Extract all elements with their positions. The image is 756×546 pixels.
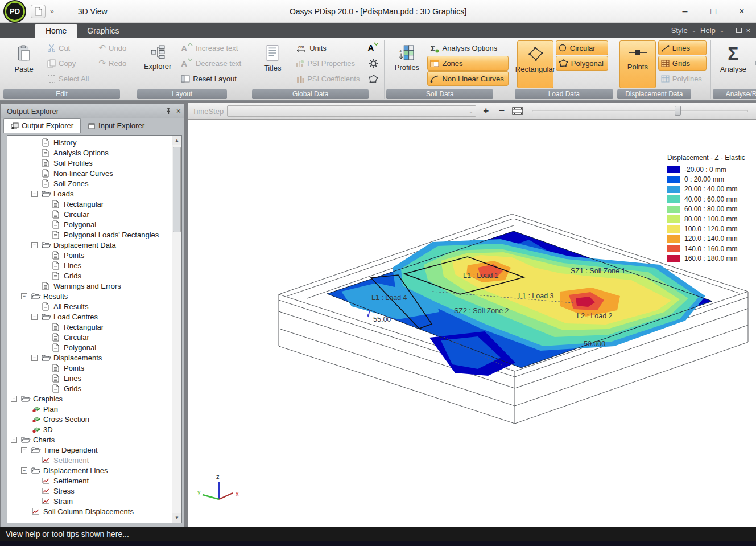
settings-button[interactable] xyxy=(366,56,380,70)
circular-load-button[interactable]: Circular xyxy=(556,40,608,55)
tab-graphics[interactable]: Graphics xyxy=(77,24,129,38)
non-linear-curves-button[interactable]: Non Linear Curves xyxy=(427,71,508,86)
new-document-button[interactable] xyxy=(31,5,46,18)
tree-item-lines[interactable]: Lines xyxy=(7,373,171,383)
panel-close-icon[interactable]: × xyxy=(176,106,181,116)
tree-item-load-centres[interactable]: −Load Centres xyxy=(7,311,171,322)
maximize-button[interactable]: □ xyxy=(699,0,728,22)
polygonal-load-button[interactable]: Polygonal xyxy=(556,56,608,71)
titles-button[interactable]: Titles xyxy=(254,40,291,88)
tree-expander-icon[interactable]: − xyxy=(31,355,42,361)
tree-item-polygonal[interactable]: Polygonal xyxy=(7,342,171,352)
style-menu[interactable]: Style xyxy=(671,26,688,35)
mdi-restore-button[interactable] xyxy=(736,28,742,33)
select-polygon-button[interactable] xyxy=(366,72,380,86)
tree-item-history[interactable]: History xyxy=(7,137,171,147)
tree-item-warnings-and-errors[interactable]: Warnings and Errors xyxy=(7,281,171,291)
psi-properties-button[interactable]: PSI Properties xyxy=(293,56,364,71)
tree-scrollbar[interactable]: ▲ ▼ xyxy=(172,136,181,523)
select-all-button[interactable]: Select All xyxy=(44,71,93,86)
timestep-combobox[interactable]: ⌄ xyxy=(227,105,476,117)
tree-item-time-dependent[interactable]: −Time Dependent xyxy=(7,445,171,455)
tree-item-points[interactable]: Points xyxy=(7,250,171,260)
points-button[interactable]: Points xyxy=(619,40,656,88)
grids-button[interactable]: Grids xyxy=(658,56,707,71)
scroll-up-icon[interactable]: ▲ xyxy=(172,136,181,145)
reset-layout-button[interactable]: Reset Layout xyxy=(178,71,246,86)
profiles-button[interactable]: z Profiles xyxy=(389,40,425,88)
pin-icon[interactable] xyxy=(166,108,172,114)
minimize-button[interactable]: – xyxy=(671,0,699,22)
close-button[interactable]: × xyxy=(728,0,756,22)
tree-item-points[interactable]: Points xyxy=(7,363,171,373)
timestep-previous-button[interactable]: − xyxy=(495,105,508,117)
mdi-minimize-button[interactable]: – xyxy=(728,26,732,35)
tree-item-stress[interactable]: Stress xyxy=(7,486,171,496)
tree-expander-icon[interactable]: − xyxy=(21,447,31,453)
tree-expander-icon[interactable]: − xyxy=(11,396,21,402)
tree-item-displacement-data[interactable]: −Displacement Data xyxy=(7,240,171,250)
quick-access-overflow-button[interactable]: » xyxy=(50,7,54,15)
scrollbar-thumb[interactable] xyxy=(173,147,181,232)
tree-expander-icon[interactable]: − xyxy=(21,293,31,299)
tree-item-lines[interactable]: Lines xyxy=(7,260,171,270)
rectangular-load-button[interactable]: Rectangular xyxy=(517,40,553,88)
tree-item-plan[interactable]: Plan xyxy=(7,404,171,414)
slider-track[interactable] xyxy=(532,110,748,112)
units-button[interactable]: cm Units xyxy=(293,40,364,55)
tab-input-explorer[interactable]: Input Explorer xyxy=(81,119,151,133)
tree-item-analysis-options[interactable]: Analysis Options xyxy=(7,147,171,158)
redo-button[interactable]: ↷ Redo xyxy=(96,56,131,71)
tree-expander-icon[interactable]: − xyxy=(21,467,31,474)
tree-item-3d[interactable]: 3D xyxy=(7,424,171,434)
explorer-button[interactable]: Explorer xyxy=(139,40,176,88)
tree-item-strain[interactable]: Strain xyxy=(7,496,171,506)
tree-item-charts[interactable]: −Charts xyxy=(7,434,171,445)
timestep-slider[interactable] xyxy=(532,105,751,117)
tree-item-non-linear-curves[interactable]: Non-linear Curves xyxy=(7,168,171,178)
tree-item-grids[interactable]: Grids xyxy=(7,383,171,393)
tree-item-settlement[interactable]: Settlement xyxy=(7,475,171,486)
text-style-button[interactable]: A xyxy=(366,40,380,54)
undo-button[interactable]: ↶ Undo xyxy=(96,40,131,55)
slider-thumb[interactable] xyxy=(675,106,681,116)
app-logo-icon[interactable]: PD xyxy=(5,1,25,22)
zones-button[interactable]: Zones xyxy=(427,56,508,71)
lines-button[interactable]: Lines xyxy=(658,40,707,55)
timestep-animate-button[interactable] xyxy=(511,105,524,117)
paste-button[interactable]: Paste xyxy=(6,40,42,88)
tree-expander-icon[interactable]: − xyxy=(31,191,42,197)
timestep-next-button[interactable]: + xyxy=(480,105,492,117)
tree-item-rectangular[interactable]: Rectangular xyxy=(7,322,171,332)
tree-item-circular[interactable]: Circular xyxy=(7,209,171,219)
tab-output-explorer[interactable]: Output Explorer xyxy=(3,118,81,133)
psi-coefficients-button[interactable]: PSI Coefficients xyxy=(293,71,364,86)
tree-expander-icon[interactable]: − xyxy=(11,437,21,443)
tree-item-soil-column-displacements[interactable]: Soil Column Displacements xyxy=(7,506,171,516)
scroll-down-icon[interactable]: ▼ xyxy=(172,513,181,523)
analysis-options-button[interactable]: Σ Analysis Options xyxy=(427,40,508,55)
tree-item-results[interactable]: −Results xyxy=(7,291,171,301)
tree-item-graphics[interactable]: −Graphics xyxy=(7,393,171,404)
help-menu[interactable]: Help xyxy=(700,26,716,35)
tree-item-polygonal[interactable]: Polygonal xyxy=(7,219,171,229)
tree-expander-icon[interactable]: − xyxy=(31,314,42,320)
mdi-close-button[interactable]: × xyxy=(746,26,750,35)
polylines-button[interactable]: Polylines xyxy=(658,71,707,86)
analyse-button[interactable]: Σ Analyse xyxy=(715,40,751,88)
cut-button[interactable]: Cut xyxy=(44,40,93,55)
tree-item-displacement-lines[interactable]: −Displacement Lines xyxy=(7,465,171,475)
tree-item-grids[interactable]: Grids xyxy=(7,270,171,281)
tree-item-displacements[interactable]: −Displacements xyxy=(7,352,171,363)
tab-home[interactable]: Home xyxy=(35,24,77,38)
tree-item-polygonal-loads-rectangles[interactable]: Polygonal Loads' Rectangles xyxy=(7,229,171,240)
tree-item-circular[interactable]: Circular xyxy=(7,332,171,342)
tree-item-rectangular[interactable]: Rectangular xyxy=(7,199,171,209)
tree-item-loads[interactable]: −Loads xyxy=(7,188,171,199)
tree-item-all-results[interactable]: All Results xyxy=(7,301,171,311)
increase-text-button[interactable]: A Increase text xyxy=(178,40,246,55)
tree-item-soil-profiles[interactable]: Soil Profiles xyxy=(7,158,171,168)
3d-viewport[interactable]: L1 : Load 1 L1 : Load 4 L1 : Load 3 L2 :… xyxy=(188,120,756,527)
tree-item-soil-zones[interactable]: Soil Zones xyxy=(7,178,171,188)
copy-button[interactable]: Copy xyxy=(44,56,93,71)
